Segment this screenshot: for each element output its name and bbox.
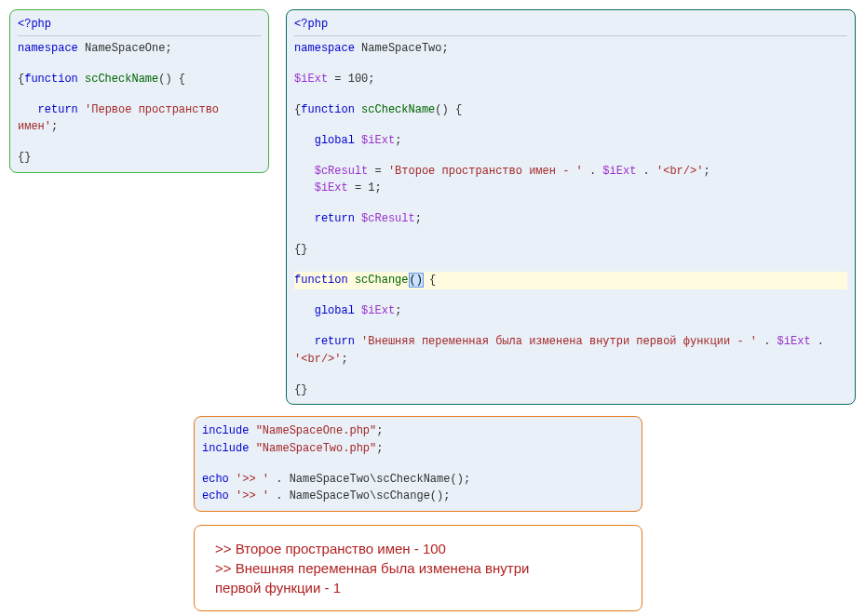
echo-stmt: echo '>> ' . NameSpaceTwo\scCheckName();	[202, 471, 634, 489]
code-panel-namespace-two: <?php namespace NameSpaceTwo; $iExt = 10…	[286, 9, 856, 405]
return-stmt: return 'Внешняя переменная была изменена…	[294, 333, 847, 368]
function1-decl: {function scCheckName() {	[294, 101, 847, 119]
cresult-assign: $cResult = 'Второе пространство имен - '…	[294, 163, 847, 181]
output-line: >> Второе пространство имен - 100	[215, 539, 621, 558]
code-panel-main: include "NameSpaceOne.php"; include "Nam…	[194, 416, 642, 512]
iext-assign: $iExt = 1;	[294, 180, 847, 197]
global-stmt: global $iExt;	[294, 302, 847, 320]
function-decl: {function scCheckName() {	[18, 71, 261, 88]
output-panel: >> Второе пространство имен - 100 >> Вне…	[194, 525, 642, 611]
function2-decl-highlighted: function scChange() {	[294, 272, 847, 289]
close-braces: {}	[294, 241, 847, 259]
output-line: >> Внешняя переменная была изменена внут…	[215, 558, 621, 578]
include-stmt: include "NameSpaceTwo.php";	[202, 440, 634, 458]
code-panel-namespace-one: <?php namespace NameSpaceOne; {function …	[9, 9, 269, 173]
ext-var-decl: $iExt = 100;	[294, 71, 847, 88]
php-open-tag: <?php	[18, 16, 261, 36]
include-stmt: include "NameSpaceOne.php";	[202, 422, 634, 440]
global-stmt: global $iExt;	[294, 132, 847, 150]
return-stmt: return $cResult;	[294, 210, 847, 228]
echo-stmt: echo '>> ' . NameSpaceTwo\scChange();	[202, 488, 634, 505]
close-braces: {}	[18, 149, 261, 167]
namespace-decl: namespace NameSpaceOne;	[18, 40, 261, 58]
close-braces: {}	[294, 382, 847, 399]
php-open-tag: <?php	[294, 16, 847, 36]
return-stmt: return 'Первое пространство имен';	[18, 101, 261, 136]
namespace-decl: namespace NameSpaceTwo;	[294, 40, 847, 58]
output-line: первой функции - 1	[215, 578, 621, 597]
